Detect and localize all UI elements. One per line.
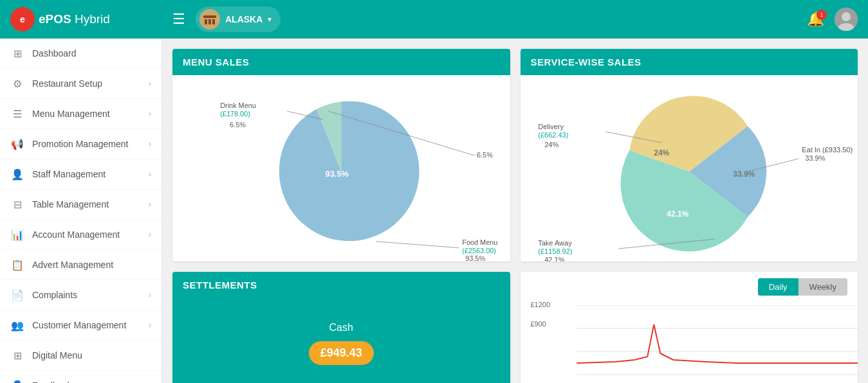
svg-text:42.1%: 42.1%	[667, 209, 688, 218]
sidebar-item-staff-management[interactable]: 👤Staff Management›	[0, 159, 162, 190]
sidebar-item-customer-management[interactable]: 👥Customer Management›	[0, 310, 162, 341]
sidebar-item-promotion-management[interactable]: 📢Promotion Management›	[0, 129, 162, 159]
advert-management-icon: 📋	[10, 258, 24, 272]
dashboard-icon: ⊞	[10, 46, 24, 60]
complaints-icon: 📄	[10, 288, 24, 302]
svg-text:6.5%: 6.5%	[230, 121, 246, 129]
sidebar: ⊞Dashboard⚙Restaurant Setup›☰Menu Manage…	[0, 39, 162, 383]
notification-badge: 1	[817, 10, 827, 20]
svg-rect-1	[203, 15, 216, 18]
y-label-1200: £1200	[531, 301, 551, 308]
menu-sales-header: MENU SALES	[172, 49, 510, 75]
svg-text:33.9%: 33.9%	[805, 154, 825, 162]
menu-management-label: Menu Management	[32, 109, 149, 119]
complaints-label: Complaints	[32, 290, 149, 300]
table-management-icon: ⊟	[10, 197, 24, 211]
bar-chart-card: Daily Weekly £1200 £900	[521, 272, 858, 383]
sidebar-item-feedback[interactable]: 👤Feedback›	[0, 371, 162, 383]
svg-text:42.1%: 42.1%	[544, 256, 564, 262]
hamburger-button[interactable]: ☰	[172, 11, 185, 28]
feedback-icon: 👤	[10, 379, 24, 383]
settlements-body: Cash £949.43	[172, 298, 510, 383]
logo-area: e ePOS Hybrid	[10, 7, 172, 31]
table-management-label: Table Management	[32, 199, 149, 209]
sidebar-item-restaurant-setup[interactable]: ⚙Restaurant Setup›	[0, 69, 162, 99]
svg-text:Food Menu: Food Menu	[462, 238, 497, 246]
svg-text:(£2563.00): (£2563.00)	[462, 247, 496, 254]
svg-text:24%: 24%	[654, 148, 669, 157]
svg-text:Delivery: Delivery	[538, 123, 564, 130]
svg-text:(£662.43): (£662.43)	[538, 131, 568, 139]
cash-amount: £949.43	[309, 341, 374, 365]
account-management-icon: 📊	[10, 227, 24, 242]
cash-label: Cash	[329, 322, 353, 334]
menu-management-icon: ☰	[10, 107, 24, 121]
account-management-chevron-icon: ›	[149, 230, 151, 239]
restaurant-setup-label: Restaurant Setup	[32, 78, 149, 89]
service-sales-chart: Delivery (£662.43) 24% Take Away (£1158.…	[521, 75, 858, 262]
account-management-label: Account Management	[32, 229, 149, 240]
customer-management-icon: 👥	[10, 318, 24, 332]
feedback-label: Feedback	[32, 380, 149, 383]
settlements-header: SETTLEMENTS	[172, 272, 510, 298]
store-name: ALASKA	[225, 14, 263, 24]
staff-management-icon: 👤	[10, 167, 24, 181]
svg-text:6.5%: 6.5%	[477, 151, 493, 159]
svg-text:(£1158.92): (£1158.92)	[538, 247, 572, 255]
svg-rect-2	[205, 19, 207, 24]
service-sales-body: Delivery (£662.43) 24% Take Away (£1158.…	[521, 75, 858, 262]
main-content: MENU SALES Drink Menu	[162, 39, 868, 383]
store-avatar	[199, 9, 220, 30]
service-wise-sales-card: SERVICE-WISE SALES	[521, 49, 858, 262]
weekly-button[interactable]: Weekly	[799, 278, 847, 296]
staff-management-chevron-icon: ›	[149, 170, 151, 179]
svg-text:33.9%: 33.9%	[733, 170, 755, 179]
svg-text:93.5%: 93.5%	[326, 169, 349, 179]
svg-rect-4	[212, 19, 215, 24]
promotion-management-icon: 📢	[10, 137, 24, 151]
page-wrapper: e ePOS Hybrid ☰ ALASKA ▾ 🔔 1	[0, 0, 868, 383]
brand-hybrid: Hybrid	[75, 12, 110, 26]
store-selector[interactable]: ALASKA ▾	[196, 6, 281, 32]
settlements-cash-section: Cash £949.43	[172, 298, 510, 383]
sidebar-item-menu-management[interactable]: ☰Menu Management›	[0, 99, 162, 129]
menu-sales-chart: Drink Menu (£178.00) 6.5% 6.5% Food Menu…	[172, 75, 510, 262]
sidebar-item-complaints[interactable]: 📄Complaints›	[0, 280, 162, 310]
sidebar-item-table-management[interactable]: ⊟Table Management›	[0, 190, 162, 220]
notification-button[interactable]: 🔔 1	[807, 11, 824, 28]
complaints-chevron-icon: ›	[149, 290, 151, 299]
topbar-right: 🔔 1	[807, 8, 858, 31]
daily-button[interactable]: Daily	[758, 278, 799, 296]
sidebar-item-digital-menu[interactable]: ⊞Digital Menu	[0, 341, 162, 371]
bar-chart-body: £1200 £900	[521, 296, 858, 379]
svg-text:(£178.00): (£178.00)	[220, 110, 250, 118]
digital-menu-label: Digital Menu	[32, 350, 151, 361]
settlements-card: SETTLEMENTS Cash £949.43 Ea	[172, 272, 510, 383]
restaurant-setup-chevron-icon: ›	[149, 79, 151, 88]
menu-sales-card: MENU SALES Drink Menu	[172, 49, 510, 262]
svg-text:Drink Menu: Drink Menu	[220, 102, 256, 109]
logo-initials: e	[20, 14, 25, 24]
sidebar-item-advert-management[interactable]: 📋Advert Management	[0, 250, 162, 280]
logo-circle: e	[10, 7, 35, 31]
brand-name: ePOS Hybrid	[39, 12, 110, 26]
sidebar-item-dashboard[interactable]: ⊞Dashboard	[0, 39, 162, 69]
user-avatar-button[interactable]	[835, 8, 858, 31]
svg-text:24%: 24%	[544, 141, 559, 148]
line-chart	[553, 305, 858, 376]
sidebar-item-account-management[interactable]: 📊Account Management›	[0, 220, 162, 250]
svg-point-6	[842, 12, 851, 21]
brand-epos: ePOS	[39, 12, 71, 26]
staff-management-label: Staff Management	[32, 169, 149, 179]
customer-management-chevron-icon: ›	[149, 321, 151, 330]
promotion-management-chevron-icon: ›	[149, 139, 151, 148]
chart-controls: Daily Weekly	[521, 272, 858, 296]
menu-management-chevron-icon: ›	[149, 109, 151, 118]
menu-sales-body: Drink Menu (£178.00) 6.5% 6.5% Food Menu…	[172, 75, 510, 262]
svg-rect-3	[208, 19, 211, 24]
svg-text:93.5%: 93.5%	[465, 254, 485, 262]
advert-management-label: Advert Management	[32, 260, 151, 270]
digital-menu-icon: ⊞	[10, 348, 24, 362]
svg-line-14	[376, 242, 459, 248]
promotion-management-label: Promotion Management	[32, 139, 149, 149]
